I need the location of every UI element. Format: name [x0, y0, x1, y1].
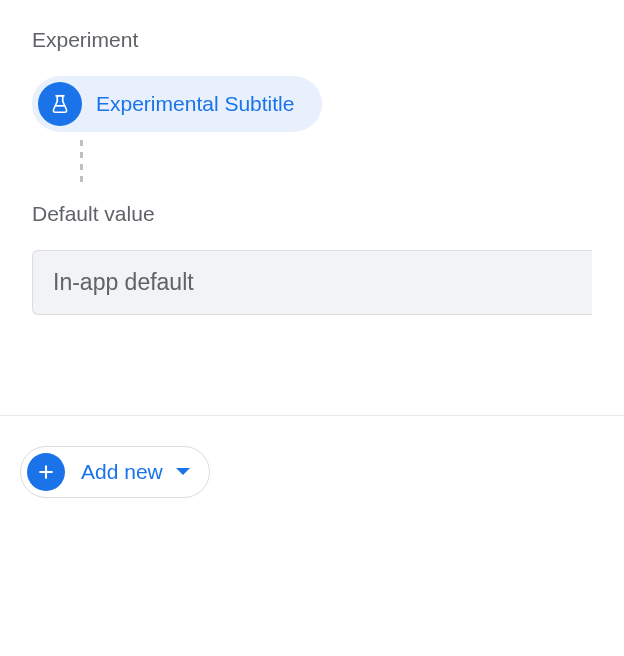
default-value-label: Default value [32, 202, 592, 226]
chevron-down-icon [175, 467, 191, 477]
experiment-chip[interactable]: Experimental Subtitle [32, 76, 322, 132]
plus-icon [27, 453, 65, 491]
experiment-section-label: Experiment [32, 28, 592, 52]
add-new-button[interactable]: Add new [20, 446, 210, 498]
flask-icon [38, 82, 82, 126]
dotted-connector [80, 140, 592, 182]
add-new-label: Add new [81, 460, 163, 484]
experiment-chip-label: Experimental Subtitle [96, 92, 294, 116]
default-value-field[interactable]: In-app default [32, 250, 592, 315]
